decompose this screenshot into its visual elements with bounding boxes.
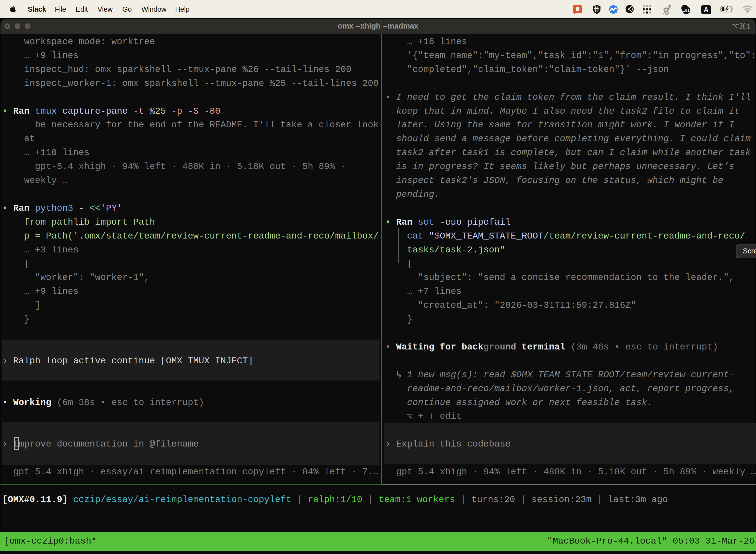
svg-text:..61: ..61 bbox=[683, 8, 690, 13]
